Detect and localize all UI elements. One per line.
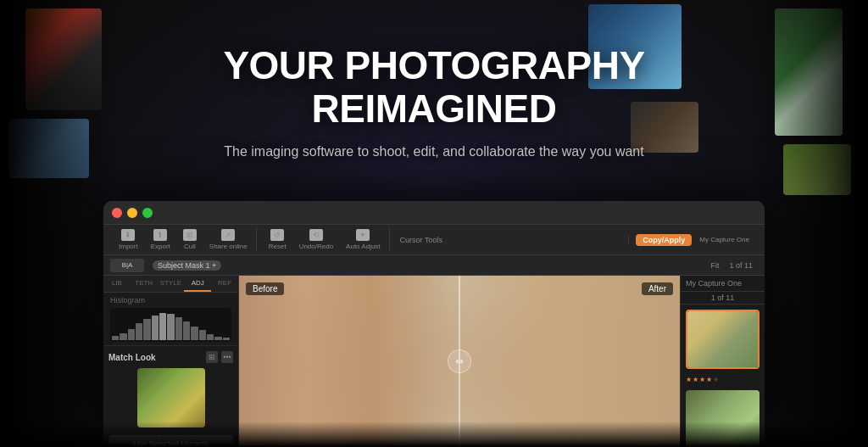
hbar-8: [167, 314, 174, 340]
title-bar: [103, 201, 765, 225]
match-look-header: Match Look ⊞ •••: [108, 351, 233, 363]
split-handle[interactable]: ⇔: [448, 349, 471, 373]
star-1: ★: [686, 376, 692, 383]
star-3: ★: [699, 376, 705, 383]
hbar-12: [199, 330, 206, 340]
look-thumbnail: [137, 368, 205, 427]
hero-subtitle: The imaging software to shoot, edit, and…: [224, 144, 643, 159]
capture-one-button[interactable]: My Capture One: [694, 234, 754, 245]
reset-button[interactable]: ↺ Reset: [264, 227, 292, 252]
tab-tether[interactable]: TETH: [131, 276, 158, 292]
match-look-icons: ⊞ •••: [206, 351, 233, 363]
match-look-menu-icon[interactable]: •••: [221, 351, 233, 363]
hbar-10: [183, 321, 190, 340]
reset-icon: ↺: [270, 229, 284, 241]
tab-adjust[interactable]: ADJ: [184, 276, 211, 292]
undo-icon: ⟲: [309, 229, 323, 241]
import-icon: ⬇: [121, 229, 135, 241]
app-window: ⬇ Import ⬆ Export ⊞ Cull ↗ Share online …: [103, 201, 765, 447]
before-after-toggle[interactable]: B|A: [110, 259, 144, 272]
match-look-grid-icon[interactable]: ⊞: [206, 351, 218, 363]
star-rating-1: ★ ★ ★ ★ ★: [681, 374, 765, 385]
cull-button[interactable]: ⊞ Cull: [178, 227, 202, 252]
auto-adjust-icon: ✦: [356, 229, 370, 241]
auto-adjust-label: Auto Adjust: [346, 243, 380, 250]
hbar-6: [152, 316, 159, 340]
hbar-2: [120, 333, 126, 340]
hbar-4: [136, 323, 142, 340]
toolbar-group-right: Copy/Apply My Capture One: [632, 234, 758, 246]
capture-one-label: My Capture One: [699, 236, 749, 243]
histogram-graph: [110, 308, 231, 342]
histogram-section: Histogram: [103, 293, 238, 346]
histogram-bars: [110, 308, 231, 342]
filmstrip-img-1: [687, 311, 758, 367]
cull-label: Cull: [184, 243, 196, 250]
after-label: After: [642, 282, 673, 295]
tab-style[interactable]: STYLE: [158, 276, 185, 292]
filmstrip-thumb-2[interactable]: [686, 390, 760, 447]
cull-icon: ⊞: [183, 229, 197, 241]
before-label: Before: [246, 282, 284, 295]
tab-library[interactable]: LIB: [103, 276, 131, 292]
hbar-7: [159, 313, 166, 340]
match-look-title: Match Look: [108, 353, 156, 362]
tab-refine[interactable]: REF: [211, 276, 238, 292]
hbar-3: [128, 329, 135, 340]
right-panel: My Capture One 1 of 11 ★ ★ ★ ★ ★ ★ ★ ★: [680, 276, 765, 447]
hbar-9: [175, 317, 182, 340]
cursor-tools-label: Cursor Tools: [400, 236, 442, 244]
undo-label: Undo/Redo: [299, 243, 333, 250]
hbar-1: [112, 336, 119, 340]
auto-adjust-button[interactable]: ✦ Auto Adjust: [341, 227, 385, 252]
export-button[interactable]: ⬆ Export: [146, 227, 175, 252]
share-label: Share online: [209, 243, 248, 250]
filmstrip-count: 1 of 11: [681, 292, 765, 305]
panel-tabs: LIB TETH STYLE ADJ REF: [103, 276, 238, 293]
undo-redo-button[interactable]: ⟲ Undo/Redo: [294, 227, 338, 252]
hbar-11: [191, 327, 198, 340]
hbar-5: [143, 319, 150, 340]
toolbar: ⬇ Import ⬆ Export ⊞ Cull ↗ Share online …: [103, 225, 765, 255]
subject-mask-badge[interactable]: Subject Mask 1 +: [153, 260, 221, 271]
star-2: ★: [693, 376, 698, 383]
use-variants-button[interactable]: Use Selected Variants: [108, 435, 233, 447]
toolbar-group-edit: ↺ Reset ⟲ Undo/Redo ✦ Auto Adjust: [260, 227, 390, 252]
close-button[interactable]: [112, 208, 122, 218]
import-label: Import: [119, 243, 138, 250]
filmstrip-label: My Capture One: [686, 279, 742, 288]
hbar-15: [223, 338, 230, 340]
maximize-button[interactable]: [142, 208, 153, 218]
split-line: ⇔: [459, 276, 460, 447]
image-area[interactable]: Before After ⇔: [239, 276, 680, 447]
hero-title: YOUR PHOTOGRAPHYREIMAGINED: [223, 44, 644, 130]
star-5: ★: [713, 376, 719, 383]
export-icon: ⬆: [153, 229, 167, 241]
reset-label: Reset: [269, 243, 287, 250]
filmstrip-img-2: [686, 390, 760, 447]
fit-label: Fit: [710, 261, 719, 270]
toolbar-group-cursor: Cursor Tools: [393, 236, 630, 244]
share-button[interactable]: ↗ Share online: [204, 227, 253, 252]
filmstrip-thumb-1[interactable]: [686, 310, 760, 369]
hbar-13: [207, 334, 214, 340]
main-content: LIB TETH STYLE ADJ REF Histogram: [103, 276, 765, 447]
filmstrip-header: My Capture One: [681, 276, 765, 292]
minimize-button[interactable]: [127, 208, 137, 218]
histogram-label: Histogram: [110, 296, 231, 305]
hbar-14: [214, 337, 221, 340]
match-look-section: Match Look ⊞ ••• Use Selected Variants: [103, 346, 238, 447]
share-icon: ↗: [221, 229, 235, 241]
copy-apply-button[interactable]: Copy/Apply: [636, 234, 692, 246]
counter-label: 1 of 11: [729, 261, 753, 270]
ba-toggle-label: B|A: [122, 261, 133, 269]
toolbar-group-import: ⬇ Import ⬆ Export ⊞ Cull ↗ Share online: [110, 227, 257, 252]
import-button[interactable]: ⬇ Import: [114, 227, 143, 252]
toolbar2: B|A Subject Mask 1 + Fit 1 of 11: [103, 255, 765, 276]
hero-section: YOUR PHOTOGRAPHYREIMAGINED The imaging s…: [0, 0, 868, 204]
star-4: ★: [706, 376, 712, 383]
left-panel: LIB TETH STYLE ADJ REF Histogram: [103, 276, 239, 447]
export-label: Export: [151, 243, 170, 250]
